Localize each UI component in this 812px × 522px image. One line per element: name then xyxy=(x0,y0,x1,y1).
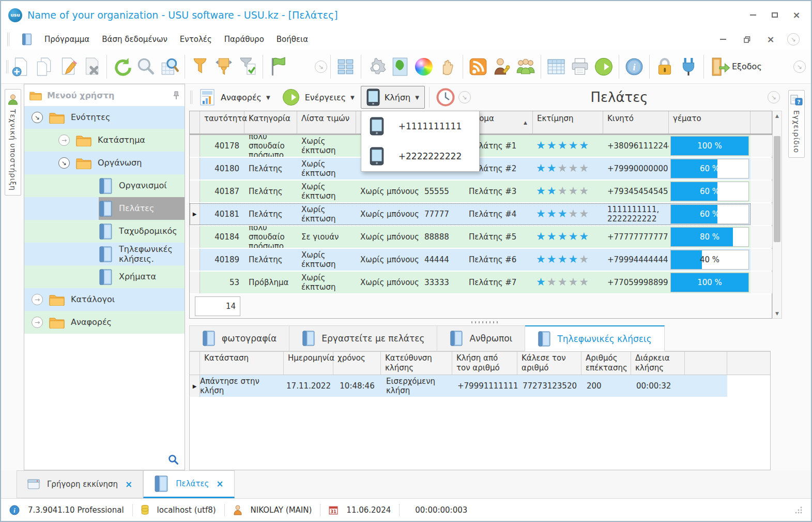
cell-name[interactable]: Πελάτης #3 xyxy=(465,181,533,202)
cell-category[interactable]: Πελάτης xyxy=(244,181,297,202)
window-tab-clients[interactable]: Πελάτες × xyxy=(143,470,234,498)
cell-price-list[interactable]: Χωρίς έκπτωση xyxy=(297,181,356,202)
filter-move-button[interactable] xyxy=(212,54,236,80)
cell-mobile[interactable]: +79345454545 xyxy=(603,181,669,202)
calls-cell-direction[interactable]: Εισερχόμενη κλήση xyxy=(381,375,452,397)
cell-mobile[interactable]: +79990000000 xyxy=(603,158,669,180)
tab-close-icon[interactable]: × xyxy=(125,479,132,489)
table-row[interactable]: 40184πολύ σπουδαίο πρόσωποΣε γιουάνΧωρίς… xyxy=(190,226,772,249)
pin-icon[interactable] xyxy=(173,91,179,100)
calls-table-row[interactable]: ▶Απάντησε στην κλήση17.11.202210:48:46Ει… xyxy=(190,375,770,397)
cell-rating[interactable]: ★★★★★ xyxy=(533,181,603,202)
rss-feed-button[interactable] xyxy=(466,54,490,80)
calls-cell-status[interactable]: Απάντησε στην κλήση xyxy=(200,375,284,397)
sidebar-item-5[interactable]: Ταχυδρομικός xyxy=(24,220,185,243)
cell-price-list[interactable]: Χωρίς έκπτωση xyxy=(297,135,356,157)
cell-mobile[interactable]: +79994444444 xyxy=(603,249,669,271)
schedule-clock-button[interactable] xyxy=(434,86,457,109)
calls-column-header-date[interactable]: Ημερομηνία xyxy=(284,352,333,375)
table-row[interactable]: 40189ΠελάτηςΧωρίς έκπτωσηΧωρίς μπόνους44… xyxy=(190,249,772,272)
cell-price-list[interactable]: Σε γιουάν xyxy=(297,226,356,248)
cell-id[interactable]: 40184 xyxy=(200,226,244,248)
cell-category[interactable]: πολύ σπουδαίο πρόσωπο xyxy=(244,135,297,157)
cell-full-progress[interactable]: 60 % xyxy=(669,203,750,225)
filter-check-button[interactable] xyxy=(236,54,259,80)
flag-button[interactable] xyxy=(266,54,290,80)
sidebar-search-icon[interactable] xyxy=(168,454,178,465)
toolbar-collapse-arrow[interactable]: ↘ xyxy=(315,61,327,73)
cell-category[interactable]: Πελάτης xyxy=(244,203,297,225)
sidebar-item-6[interactable]: Τηλεφωνικές κλήσεις. xyxy=(24,243,185,265)
grid-toolbar-collapse-arrow[interactable]: ↘ xyxy=(458,91,471,103)
cell-rating[interactable]: ★★★★★ xyxy=(533,203,603,225)
cell-number[interactable]: 88888 xyxy=(420,226,465,248)
cell-name[interactable]: Πελάτης #6 xyxy=(465,249,533,271)
cell-name[interactable]: Πελάτης #4 xyxy=(465,203,533,225)
cell-bonus[interactable]: Χωρίς μπόνους xyxy=(356,272,420,293)
scroll-up-arrow[interactable]: ▲ xyxy=(775,111,779,121)
scroll-down-arrow[interactable]: ▼ xyxy=(775,309,779,318)
menu-help[interactable]: Βοήθεια xyxy=(277,35,308,44)
cell-full-progress[interactable]: 60 % xyxy=(669,158,750,180)
column-header-rating[interactable]: Εκτίμηση xyxy=(533,111,603,133)
cell-price-list[interactable]: Χωρίς έκπτωση xyxy=(297,272,356,293)
cell-number[interactable]: 55555 xyxy=(420,181,465,202)
search-button[interactable] xyxy=(134,54,158,80)
close-button[interactable]: × xyxy=(789,9,804,21)
cell-full-progress[interactable]: 100 % xyxy=(669,135,750,157)
menu-commands[interactable]: Εντολές xyxy=(180,35,212,44)
scroll-thumb[interactable] xyxy=(774,136,780,242)
calls-column-header-from-number[interactable]: Κλήση από τον αριθμό xyxy=(452,352,517,375)
grid-right-collapse-arrow[interactable]: ↘ xyxy=(768,91,780,103)
table-row[interactable]: 53ΠρόβλημαΧωρίς έκπτωσηΧωρίς μπόνους3333… xyxy=(190,272,772,294)
cell-number[interactable]: 77777 xyxy=(420,203,465,225)
cell-category[interactable]: Πελάτης xyxy=(244,158,297,180)
calls-column-header-time[interactable]: χρόνος xyxy=(333,352,381,375)
cell-rating[interactable]: ★★★★★ xyxy=(533,272,603,293)
menu-program[interactable]: Πρόγραμμα xyxy=(44,35,89,44)
collapse-node-icon[interactable]: ↘ xyxy=(32,112,43,123)
cell-bonus[interactable]: Χωρίς μπόνους xyxy=(356,203,420,225)
edit-record-button[interactable] xyxy=(56,54,80,80)
cell-number[interactable]: 33333 xyxy=(420,272,465,293)
cell-mobile[interactable]: +77059998899 xyxy=(603,272,669,293)
column-header-price_list[interactable]: Λίστα τιμών xyxy=(297,111,356,133)
cell-category[interactable]: Πρόβλημα xyxy=(244,272,297,293)
table-row[interactable]: 40180ΠελάτηςΧωρίς έκπτωσηΠελάτης #2★★★★★… xyxy=(190,158,772,181)
cell-rating[interactable]: ★★★★★ xyxy=(533,158,603,180)
expand-node-icon[interactable]: → xyxy=(32,317,43,328)
reports-button[interactable]: Αναφορές▼ xyxy=(193,86,275,109)
color-theme-button[interactable] xyxy=(412,54,436,80)
collapse-node-icon[interactable]: ↘ xyxy=(58,157,70,169)
delete-record-button[interactable] xyxy=(80,54,103,80)
refresh-button[interactable] xyxy=(110,54,134,80)
sidebar-item-3[interactable]: Οργανισμοί xyxy=(24,174,185,197)
expand-node-icon[interactable]: → xyxy=(58,135,70,146)
minimize-button[interactable] xyxy=(746,9,760,21)
user-groups-button[interactable] xyxy=(514,54,538,80)
column-header-id[interactable]: ταυτότητα xyxy=(200,111,244,133)
expand-node-icon[interactable]: → xyxy=(32,294,43,305)
sidebar-item-2[interactable]: ↘Οργάνωση xyxy=(24,152,185,174)
print-button[interactable] xyxy=(568,54,592,80)
cell-name[interactable]: Πελάτης #5 xyxy=(465,226,533,248)
call-button[interactable]: Κλήση▼ +1111111111 +2222222222 xyxy=(361,86,425,109)
copy-record-button[interactable] xyxy=(32,54,56,80)
table-view-button[interactable] xyxy=(544,54,568,80)
tab-work-with-clients[interactable]: Εργαστείτε με πελάτες xyxy=(289,325,437,351)
cell-id[interactable]: 40181 xyxy=(200,203,244,225)
exit-button[interactable]: Εξοδος xyxy=(707,54,765,80)
cell-full-progress[interactable]: 100 % xyxy=(669,272,750,293)
cell-price-list[interactable]: Χωρίς έκπτωση xyxy=(297,203,356,225)
cell-category[interactable]: πολύ σπουδαίο πρόσωπο xyxy=(244,226,297,248)
sidebar-item-8[interactable]: →Κατάλογοι xyxy=(24,288,185,311)
cell-number[interactable]: 44444 xyxy=(420,249,465,271)
info-button[interactable]: i xyxy=(622,54,646,80)
cell-mobile[interactable]: +77777777777 xyxy=(603,226,669,248)
cell-bonus[interactable]: Χωρίς μπόνους xyxy=(356,249,420,271)
cell-mobile[interactable]: 1111111111, 2222222222 xyxy=(603,203,669,225)
cell-price-list[interactable]: Χωρίς έκπτωση xyxy=(297,249,356,271)
user-permissions-button[interactable] xyxy=(490,54,514,80)
cell-name[interactable]: Πελάτης #7 xyxy=(465,272,533,293)
column-header-category[interactable]: Κατηγορία xyxy=(244,111,297,133)
